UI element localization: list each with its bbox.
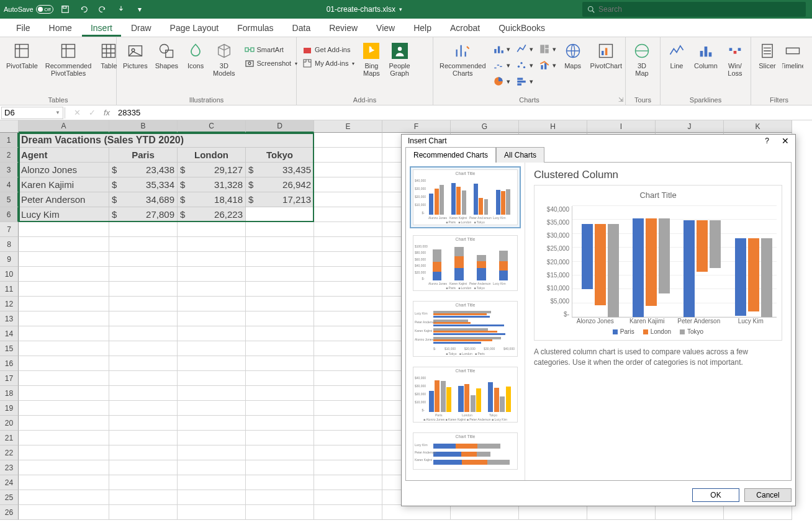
tab-quickbooks[interactable]: QuickBooks [490,19,554,37]
col-header-a[interactable]: A [19,120,109,133]
save-icon[interactable] [58,2,72,16]
ok-button[interactable]: OK [692,488,739,502]
pie-chart-dd[interactable]: ▾ [491,74,512,88]
pivottable-button[interactable]: PivotTable [4,40,40,71]
name-box[interactable]: D6▼ [1,107,63,119]
maps-button[interactable]: Maps [561,40,585,71]
bar-chart-dd[interactable]: ▾ [514,74,535,88]
thumb-clustered-bar[interactable]: Chart Title Lucy Kim Peter Anderson Kare… [410,298,521,360]
slicer-button[interactable]: Slicer [755,40,780,71]
col-header-e[interactable]: E [314,120,382,133]
formula-input[interactable]: 28335 [114,108,812,117]
thumb-clustered-column-by-city[interactable]: Chart Title $40,000$30,000$20,000$10,000… [410,364,521,426]
col-header-f[interactable]: F [382,120,451,133]
autosave-toggle[interactable]: AutoSave Off [4,5,53,14]
tab-formulas[interactable]: Formulas [228,19,282,37]
scatter-chart-dd[interactable]: ▾ [514,58,535,72]
screenshot-button[interactable]: Screenshot▾ [243,57,300,69]
svg-rect-46 [787,48,800,53]
title-bar: AutoSave Off ▾ 01-create-charts.xlsx ▾ [0,0,812,19]
help-icon[interactable]: ? [765,136,769,145]
col-header-i[interactable]: I [587,120,656,133]
sparkline-column-button[interactable]: Column [692,40,720,71]
x-axis-labels: Alonzo JonesKaren KajimiPeter AndersonLu… [569,318,777,324]
tab-home[interactable]: Home [40,19,81,37]
cancel-button[interactable]: Cancel [744,488,792,502]
col-header-h[interactable]: H [519,120,587,133]
select-all-corner[interactable] [0,120,19,133]
stat-chart-dd[interactable]: ▾ [491,58,512,72]
3d-map-button[interactable]: 3D Map [629,40,654,78]
accept-formula-icon[interactable]: ✓ [84,108,99,117]
combo-chart-dd[interactable]: ▾ [537,58,558,72]
my-addins-button[interactable]: My Add-ins▾ [300,57,356,69]
svg-point-2 [589,7,593,12]
svg-point-18 [397,47,402,51]
group-sparklines-label: Sparklines [664,96,747,105]
search-icon [587,6,595,13]
svg-point-13 [248,62,251,65]
qat-dropdown-icon[interactable]: ▾ [133,2,147,16]
svg-point-8 [160,45,169,53]
hierarchy-chart-dd[interactable]: ▾ [537,42,558,56]
tab-page-layout[interactable]: Page Layout [161,19,228,37]
line-chart-dd[interactable]: ▾ [514,42,535,56]
search-input[interactable] [598,5,801,14]
3d-models-button[interactable]: 3D Models [210,40,237,78]
chart-plot-area [572,206,777,318]
tab-data[interactable]: Data [284,19,320,37]
thumb-clustered-column[interactable]: Chart Title $40,000$30,000$20,000$10,000… [410,166,521,228]
timeline-button[interactable]: Timeline [782,40,803,71]
tab-file[interactable]: File [7,19,39,37]
spark-wl-icon [725,41,745,61]
recommended-pivottables-button[interactable]: Recommended PivotTables [43,40,94,78]
fx-icon[interactable]: fx [99,108,114,117]
sparkline-line-button[interactable]: Line [664,40,689,71]
chart-thumbnails[interactable]: Chart Title $40,000$30,000$20,000$10,000… [406,163,525,480]
recommended-charts-button[interactable]: Recommended Charts [437,40,489,78]
col-header-d[interactable]: D [246,120,314,133]
charts-dialog-launcher[interactable]: ⇲ [618,96,623,103]
get-addins-button[interactable]: Get Add-ins [300,43,356,56]
svg-point-25 [517,66,519,68]
filename-dropdown-icon[interactable]: ▾ [399,6,402,12]
touch-mode-icon[interactable] [114,2,128,16]
pictures-button[interactable]: Pictures [120,40,150,71]
thumb-stacked-column[interactable]: Chart Title $100,000$80,000$60,000$40,00… [410,232,521,294]
people-graph-button[interactable]: People Graph [386,40,412,78]
bar-icon [516,76,527,87]
sparkline-winloss-button[interactable]: Win/ Loss [723,40,747,78]
col-header-g[interactable]: G [451,120,519,133]
icons-button[interactable]: Icons [183,40,208,71]
tab-view[interactable]: View [368,19,404,37]
tab-recommended-charts[interactable]: Recommended Charts [405,147,496,163]
bing-maps-button[interactable]: Bing Maps [359,40,384,78]
smartart-button[interactable]: SmartArt [243,43,300,56]
svg-rect-21 [501,50,503,53]
screenshot-icon [245,58,255,68]
col-header-k[interactable]: K [724,120,792,133]
thumb-stacked-bar[interactable]: Chart Title Lucy Kim Peter Anderson Kare… [410,429,521,473]
pivotchart-button[interactable]: PivotChart [588,40,625,71]
preview-heading: Clustered Column [534,169,782,181]
tab-review[interactable]: Review [320,19,366,37]
tab-insert[interactable]: Insert [82,19,121,37]
search-box[interactable] [582,2,806,17]
shapes-button[interactable]: Shapes [153,40,181,71]
slicer-icon [757,41,777,61]
chart-legend: ParisLondonTokyo [539,328,777,335]
col-header-b[interactable]: B [109,120,178,133]
col-header-c[interactable]: C [178,120,246,133]
column-chart-dd[interactable]: ▾ [491,42,512,56]
undo-icon[interactable] [77,2,91,16]
tab-help[interactable]: Help [405,19,440,37]
tab-draw[interactable]: Draw [122,19,160,37]
cancel-formula-icon[interactable]: ✕ [70,108,84,117]
chart-preview[interactable]: Chart Title $40,000$35,000$30,000$25,000… [534,185,782,341]
redo-icon[interactable] [96,2,109,16]
tab-all-charts[interactable]: All Charts [496,147,544,163]
tab-acrobat[interactable]: Acrobat [441,19,489,37]
close-icon[interactable]: ✕ [782,136,789,146]
col-header-j[interactable]: J [656,120,724,133]
globe-icon [632,41,652,61]
